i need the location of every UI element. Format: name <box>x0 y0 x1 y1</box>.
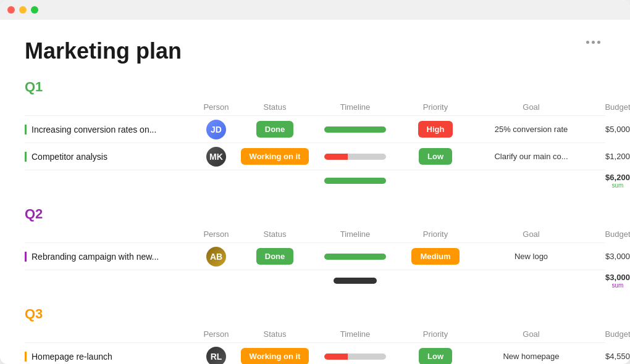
col-budget: Budget <box>587 102 630 112</box>
goal-cell: Clarify our main co... <box>476 152 587 161</box>
task-name: Rebranding campaign with new... <box>32 252 159 262</box>
sum-label: sum <box>587 182 630 189</box>
col-budget: Budget <box>587 230 630 239</box>
close-button[interactable] <box>7 6 15 14</box>
app-window: Marketing plan Q1 Person Status Timeline… <box>0 0 630 364</box>
timeline-cell <box>315 354 395 360</box>
priority-cell: Low <box>395 348 476 364</box>
more-options-button[interactable] <box>581 38 605 46</box>
status-cell: Working on it <box>235 148 315 165</box>
priority-badge[interactable]: Low <box>419 148 452 165</box>
q1-table-header: Person Status Timeline Priority Goal Bud… <box>25 100 605 114</box>
q1-sum-row: $6,200 sum <box>25 170 605 191</box>
col-status: Status <box>235 230 315 239</box>
task-name: Homepage re-launch <box>32 352 112 362</box>
goal-cell: New homepage <box>476 352 587 361</box>
q3-title: Q3 <box>25 306 605 322</box>
timeline-bar-partial <box>324 354 386 360</box>
priority-badge[interactable]: Low <box>419 348 452 364</box>
timeline-cell <box>315 126 395 133</box>
person-cell: RL <box>198 347 235 365</box>
table-row: Competitor analysis MK Working on it Low… <box>25 143 605 170</box>
task-name-cell: Homepage re-launch <box>25 352 198 362</box>
col-priority: Priority <box>395 329 476 339</box>
sum-timeline <box>315 178 395 184</box>
timeline-bar-red <box>324 354 348 360</box>
priority-cell: Low <box>395 148 476 165</box>
q2-section: Q2 Person Status Timeline Priority Goal … <box>25 206 605 291</box>
table-row: Increasing conversion rates on... JD Don… <box>25 115 605 143</box>
q3-section: Q3 Person Status Timeline Priority Goal … <box>25 306 605 364</box>
budget-cell: $4,550 <box>587 352 630 361</box>
sum-timeline-bar-dark <box>334 278 377 284</box>
task-name-cell: Competitor analysis <box>25 152 198 162</box>
col-person: Person <box>198 329 235 339</box>
budget-cell: $5,000 <box>587 125 630 134</box>
q2-table-header: Person Status Timeline Priority Goal Bud… <box>25 227 605 241</box>
col-goal: Goal <box>476 230 587 239</box>
task-name: Increasing conversion rates on... <box>32 125 156 134</box>
col-person: Person <box>198 102 235 112</box>
budget-cell: $1,200 <box>587 152 630 161</box>
sum-budget: $3,000 sum <box>587 273 630 289</box>
status-badge[interactable]: Done <box>256 121 294 138</box>
status-badge[interactable]: Working on it <box>241 348 309 364</box>
col-person: Person <box>198 230 235 239</box>
timeline-cell <box>315 254 395 260</box>
person-cell: AB <box>198 247 235 267</box>
avatar: RL <box>206 347 226 365</box>
col-status: Status <box>235 329 315 339</box>
timeline-bar-full <box>324 126 386 133</box>
goal-cell: 25% conversion rate <box>476 125 587 134</box>
maximize-button[interactable] <box>31 6 38 14</box>
sum-label: sum <box>587 282 630 289</box>
priority-badge[interactable]: High <box>418 121 453 138</box>
timeline-bar-partial <box>324 154 386 160</box>
priority-cell: High <box>395 121 476 138</box>
table-row: Homepage re-launch RL Working on it Low … <box>25 342 605 364</box>
q1-title: Q1 <box>25 79 605 95</box>
priority-badge[interactable]: Medium <box>411 248 459 265</box>
col-timeline: Timeline <box>315 102 395 112</box>
q2-sum-row: $3,000 sum <box>25 270 605 291</box>
avatar: AB <box>206 247 226 267</box>
col-budget: Budget <box>587 329 630 339</box>
status-badge[interactable]: Working on it <box>241 148 309 165</box>
col-goal: Goal <box>476 102 587 112</box>
sum-budget: $6,200 sum <box>587 173 630 189</box>
person-cell: MK <box>198 147 235 167</box>
status-badge[interactable]: Done <box>256 248 294 265</box>
avatar: MK <box>206 147 226 167</box>
col-goal: Goal <box>476 329 587 339</box>
timeline-bar-red <box>324 154 348 160</box>
page-content: Marketing plan Q1 Person Status Timeline… <box>0 20 630 364</box>
status-cell: Done <box>235 121 315 138</box>
col-status: Status <box>235 102 315 112</box>
task-name-cell: Increasing conversion rates on... <box>25 125 198 134</box>
col-priority: Priority <box>395 102 476 112</box>
dot <box>586 41 589 44</box>
page-title: Marketing plan <box>25 38 182 64</box>
page-header: Marketing plan <box>25 38 605 64</box>
dot <box>597 41 600 44</box>
timeline-cell <box>315 154 395 160</box>
budget-cell: $3,000 <box>587 252 630 261</box>
q3-table-header: Person Status Timeline Priority Goal Bud… <box>25 327 605 341</box>
goal-cell: New logo <box>476 252 587 261</box>
sum-timeline <box>315 278 395 284</box>
col-priority: Priority <box>395 230 476 239</box>
status-cell: Working on it <box>235 348 315 364</box>
table-row: Rebranding campaign with new... AB Done … <box>25 242 605 270</box>
q1-section: Q1 Person Status Timeline Priority Goal … <box>25 79 605 191</box>
q2-title: Q2 <box>25 206 605 222</box>
col-timeline: Timeline <box>315 329 395 339</box>
priority-cell: Medium <box>395 248 476 265</box>
title-bar <box>0 0 630 20</box>
avatar: JD <box>206 120 226 139</box>
sum-timeline-bar <box>324 178 386 184</box>
timeline-bar-full <box>324 254 386 260</box>
task-name-cell: Rebranding campaign with new... <box>25 252 198 262</box>
status-cell: Done <box>235 248 315 265</box>
minimize-button[interactable] <box>19 6 27 14</box>
task-name: Competitor analysis <box>32 152 107 162</box>
